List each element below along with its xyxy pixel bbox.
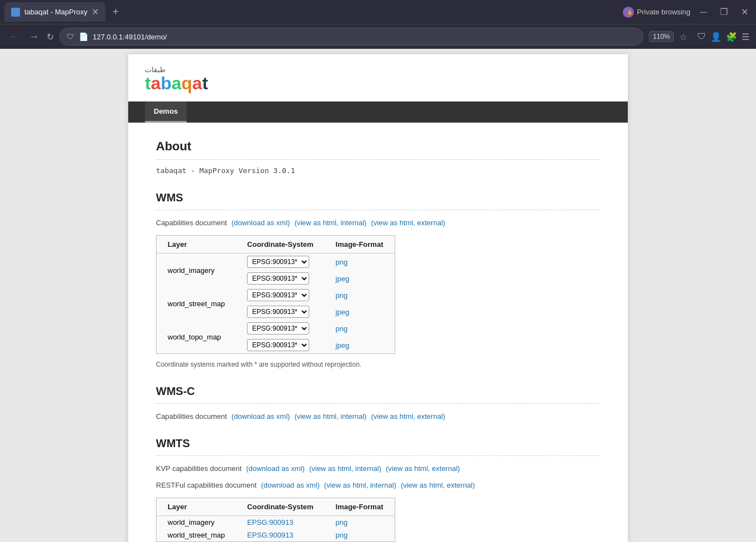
page-wrapper: طبقات tabaqat Demos About tabaqat - MapP… — [0, 49, 756, 542]
wms-table: Layer Coordinate-System Image-Format wor… — [156, 235, 395, 354]
wms-download-xml[interactable]: (download as xml) — [231, 219, 290, 227]
active-tab[interactable]: tabaqat - MapProxy ✕ — [4, 2, 105, 22]
wms-note: Coordinate systems marked with * are sup… — [156, 361, 600, 368]
coord-select-wsm-png[interactable]: EPSG:900913* — [247, 289, 309, 301]
shield-icon[interactable]: 🛡 — [697, 32, 706, 42]
layer-world-topo-map: world_topo_map — [157, 320, 236, 354]
forward-button[interactable]: → — [27, 29, 41, 45]
format-jpeg-wtm[interactable]: jpeg — [336, 341, 350, 349]
table-row: world_topo_map EPSG:900913* png — [157, 320, 395, 337]
wmts-restful-view-html-internal[interactable]: (view as html, internal) — [324, 481, 396, 489]
private-browsing-icon: 🎭 — [623, 7, 634, 18]
toolbar-icons: 🛡 👤 🧩 ☰ — [697, 32, 749, 42]
coord-select-wtm-jpeg[interactable]: EPSG:900913* — [247, 339, 309, 351]
wmts-kvp-download-xml[interactable]: (download as xml) — [246, 464, 305, 473]
main-content: About tabaqat - MapProxy Version 3.0.1 W… — [128, 123, 628, 542]
browser-chrome: tabaqat - MapProxy ✕ + 🎭 Private browsin… — [0, 0, 756, 49]
url-bar[interactable]: 🛡 📄 127.0.0.1:49101/demo/ — [59, 28, 643, 45]
wmts-restful-view-html-external[interactable]: (view as html, external) — [401, 481, 475, 489]
wmts-col-format: Image-Format — [325, 498, 395, 516]
table-row: world_imagery EPSG:900913 png — [157, 516, 395, 529]
wmts-col-coord: Coordinate-System — [236, 498, 324, 516]
wms-title: WMS — [156, 191, 600, 210]
wms-col-layer: Layer — [157, 236, 236, 254]
tab-title: tabaqat - MapProxy — [24, 8, 87, 16]
format-jpeg-wi[interactable]: jpeg — [336, 275, 350, 283]
wms-section: WMS Capabilities document (download as x… — [156, 191, 600, 368]
wms-view-html-internal[interactable]: (view as html, internal) — [294, 219, 366, 227]
coord-select-wsm-jpeg[interactable]: EPSG:900913* — [247, 306, 309, 318]
address-bar: ← → ↻ 🛡 📄 127.0.0.1:49101/demo/ 110% ☆ 🛡… — [0, 24, 756, 49]
wmts-kvp-view-html-external[interactable]: (view as html, external) — [386, 464, 460, 473]
table-row: world_street_map EPSG:900913 png — [157, 529, 395, 542]
wmts-kvp-label: KVP capabilities document — [156, 464, 241, 473]
format-png-wsm[interactable]: png — [336, 291, 348, 300]
wms-capabilities-row: Capabilities document (download as xml) … — [156, 219, 600, 227]
nav-bar: Demos — [128, 102, 628, 123]
wmts-layer-wi: world_imagery — [157, 516, 236, 529]
logo: طبقات tabaqat — [145, 65, 611, 92]
coord-select-wtm-png[interactable]: EPSG:900913* — [247, 322, 309, 335]
bookmark-icon[interactable]: ☆ — [679, 32, 687, 42]
coord-select-wi-jpeg[interactable]: EPSG:900913* — [247, 272, 309, 285]
coord-select-wi-png[interactable]: EPSG:900913* — [247, 256, 309, 268]
close-button[interactable]: ✕ — [738, 7, 752, 17]
wmts-format-wi[interactable]: png — [336, 518, 348, 526]
wms-col-format: Image-Format — [325, 236, 395, 254]
version-text: tabaqat - MapProxy Version 3.0.1 — [156, 166, 600, 175]
restore-button[interactable]: ❐ — [717, 7, 731, 17]
wmsc-view-html-internal[interactable]: (view as html, internal) — [294, 412, 366, 421]
back-button[interactable]: ← — [7, 29, 21, 45]
menu-icon[interactable]: ☰ — [742, 32, 749, 42]
wmts-table: Layer Coordinate-System Image-Format wor… — [156, 498, 395, 542]
wms-view-html-external[interactable]: (view as html, external) — [371, 219, 445, 227]
wmts-restful-label: RESTFul capabilities document — [156, 481, 256, 489]
nav-demos[interactable]: Demos — [145, 102, 187, 123]
wmts-format-wsm[interactable]: png — [336, 531, 348, 539]
table-row: world_imagery EPSG:900913* png — [157, 254, 395, 271]
wmts-layer-wsm: world_street_map — [157, 529, 236, 542]
wmsc-capabilities-row: Capabilities document (download as xml) … — [156, 412, 600, 421]
layer-world-street-map: world_street_map — [157, 287, 236, 320]
wmts-restful-download-xml[interactable]: (download as xml) — [261, 481, 320, 489]
about-section: About tabaqat - MapProxy Version 3.0.1 — [156, 139, 600, 175]
wmts-kvp-row: KVP capabilities document (download as x… — [156, 464, 600, 473]
tab-close-button[interactable]: ✕ — [92, 8, 99, 17]
zoom-level: 110% — [649, 31, 674, 42]
minimize-button[interactable]: ─ — [697, 7, 710, 17]
extensions-icon[interactable]: 🧩 — [726, 32, 737, 42]
wmts-title: WMTS — [156, 437, 600, 456]
format-png-wtm[interactable]: png — [336, 325, 348, 333]
layer-world-imagery: world_imagery — [157, 254, 236, 287]
wmsc-download-xml[interactable]: (download as xml) — [231, 412, 290, 421]
wmts-coord-wi[interactable]: EPSG:900913 — [247, 518, 293, 526]
about-title: About — [156, 139, 600, 160]
wmsc-view-html-external[interactable]: (view as html, external) — [371, 412, 445, 421]
wmsc-section: WMS-C Capabilities document (download as… — [156, 385, 600, 421]
wms-cap-label: Capabilities document — [156, 219, 227, 227]
reload-button[interactable]: ↻ — [47, 32, 54, 42]
user-icon[interactable]: 👤 — [710, 32, 722, 42]
table-row: world_street_map EPSG:900913* png — [157, 287, 395, 303]
format-jpeg-wsm[interactable]: jpeg — [336, 308, 350, 316]
tab-bar-right: 🎭 Private browsing ─ ❐ ✕ — [623, 7, 752, 18]
page-content: طبقات tabaqat Demos About tabaqat - MapP… — [128, 54, 628, 542]
new-tab-button[interactable]: + — [108, 6, 123, 18]
wmts-col-layer: Layer — [157, 498, 236, 516]
site-header: طبقات tabaqat — [128, 54, 628, 102]
private-browsing-badge: 🎭 Private browsing — [623, 7, 691, 18]
wmts-coord-wsm[interactable]: EPSG:900913 — [247, 531, 293, 539]
private-browsing-label: Private browsing — [637, 8, 691, 16]
wms-col-coord: Coordinate-System — [236, 236, 324, 254]
logo-text: tabaqat — [145, 74, 208, 92]
security-icon: 🛡 — [67, 32, 74, 41]
tab-favicon — [11, 8, 20, 17]
wmsc-cap-label: Capabilities document — [156, 412, 227, 421]
wmts-kvp-view-html-internal[interactable]: (view as html, internal) — [309, 464, 381, 473]
format-png-wi[interactable]: png — [336, 258, 348, 266]
wmsc-title: WMS-C — [156, 385, 600, 404]
url-text: 127.0.0.1:49101/demo/ — [93, 33, 167, 41]
wmts-section: WMTS KVP capabilities document (download… — [156, 437, 600, 542]
document-icon: 📄 — [79, 32, 88, 41]
tab-bar: tabaqat - MapProxy ✕ + 🎭 Private browsin… — [0, 0, 756, 24]
